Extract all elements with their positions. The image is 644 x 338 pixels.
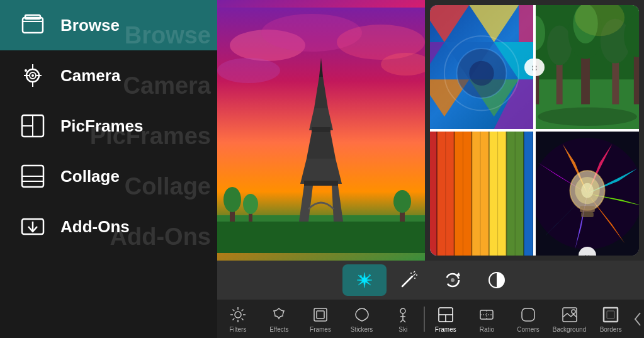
svg-rect-26 (217, 222, 425, 253)
svg-point-61 (547, 26, 572, 65)
frames-icon (310, 305, 330, 325)
toolbar-stickers[interactable]: Stickers (341, 302, 383, 335)
svg-point-108 (369, 274, 371, 276)
effects-icon (269, 305, 289, 325)
collage-cell-4: ↔ (536, 132, 639, 256)
sidebar-item-camera-label: Camera (60, 66, 120, 86)
toolbar-top (217, 261, 644, 300)
svg-rect-74 (472, 132, 490, 256)
toolbar-frames[interactable]: Frames (300, 302, 341, 335)
filters-label: Filters (229, 326, 246, 333)
toolbar-ratio[interactable]: Ratio (466, 302, 508, 335)
svg-point-145 (572, 310, 575, 313)
frames2-icon (436, 305, 456, 325)
collage-cell-1: ↕ (430, 5, 533, 129)
background-icon (560, 305, 580, 325)
sidebar-item-collage[interactable]: Collage Collage (0, 151, 217, 201)
browse-icon (19, 11, 47, 39)
toolbar-effects[interactable]: Effects (259, 302, 300, 335)
rotate-button[interactable] (431, 264, 475, 296)
corners-icon (518, 305, 538, 325)
sparkle-button[interactable] (342, 264, 387, 296)
svg-line-109 (402, 276, 412, 286)
toolbar-borders[interactable]: Borders (590, 302, 631, 335)
toolbar-ski[interactable]: Ski (382, 302, 424, 335)
svg-line-111 (414, 271, 415, 273)
svg-point-30 (243, 194, 258, 214)
picframes-icon (19, 112, 47, 140)
ratio-label: Ratio (480, 326, 494, 333)
svg-marker-110 (412, 273, 416, 276)
sidebar-item-browse[interactable]: Browse Browse (0, 0, 217, 50)
frames-label: Frames (310, 326, 331, 333)
svg-rect-146 (604, 308, 618, 322)
collage-cell-3 (430, 132, 533, 256)
ski-icon (393, 305, 413, 325)
svg-rect-75 (489, 132, 508, 256)
borders-icon (601, 305, 621, 325)
svg-rect-0 (23, 18, 43, 33)
collage-icon (19, 162, 47, 190)
effects-label: Effects (269, 326, 288, 333)
svg-line-124 (232, 310, 234, 312)
toolbar-filters[interactable]: Filters (217, 302, 259, 335)
svg-rect-128 (314, 308, 327, 321)
svg-line-127 (232, 318, 234, 320)
sidebar-item-camera[interactable]: Camera Camera (0, 50, 217, 101)
svg-rect-103 (580, 206, 595, 212)
sidebar-item-picframes-label: PicFrames (60, 116, 144, 136)
svg-line-125 (241, 318, 243, 320)
svg-marker-45 (519, 5, 533, 42)
svg-point-23 (217, 58, 280, 83)
svg-line-136 (403, 320, 405, 322)
corners-label: Corners (517, 326, 539, 333)
svg-point-107 (359, 275, 362, 278)
sidebar-item-addons-label: Add-Ons (60, 217, 130, 237)
svg-rect-72 (437, 132, 456, 256)
toolbar-frames2[interactable]: Frames (425, 302, 466, 335)
sidebar: Browse Browse Camera Camera (0, 0, 217, 338)
borders-label: Borders (600, 326, 622, 333)
ratio-icon (477, 305, 497, 325)
toolbar-area: Filters Effects Frames (217, 261, 644, 338)
collage-area: ↕ (430, 5, 639, 256)
toolbar-corners[interactable]: Corners (507, 302, 549, 335)
main-area: ↕ (217, 0, 644, 338)
browse-watermark: Browse (125, 22, 211, 49)
svg-rect-147 (607, 311, 614, 318)
svg-point-54 (469, 61, 494, 86)
filters-icon (228, 305, 248, 325)
svg-point-119 (235, 312, 241, 318)
addons-icon (19, 213, 47, 240)
camera-icon (19, 62, 47, 89)
svg-point-106 (581, 183, 594, 198)
svg-rect-76 (506, 132, 525, 256)
sidebar-item-collage-label: Collage (60, 167, 120, 186)
svg-marker-37 (307, 132, 336, 159)
top-section: ↕ (217, 0, 644, 261)
svg-point-132 (400, 308, 405, 313)
contrast-button[interactable] (475, 264, 519, 296)
toolbar-background[interactable]: Background (549, 302, 590, 335)
svg-point-28 (223, 187, 241, 212)
svg-point-32 (393, 190, 411, 213)
svg-point-70 (538, 108, 637, 127)
svg-line-126 (241, 310, 243, 312)
svg-point-117 (451, 278, 455, 282)
sidebar-item-addons[interactable]: Add-Ons Add-Ons (0, 201, 217, 252)
svg-rect-129 (317, 311, 324, 318)
main-image (217, 0, 425, 261)
magic-wand-button[interactable] (387, 264, 431, 296)
sidebar-item-browse-label: Browse (60, 16, 120, 35)
svg-rect-77 (524, 132, 533, 256)
sidebar-item-picframes[interactable]: PicFrames PicFrames (0, 101, 217, 151)
svg-point-5 (31, 74, 34, 77)
svg-rect-143 (522, 308, 534, 321)
svg-rect-39 (304, 181, 338, 186)
background-label: Background (553, 326, 586, 333)
camera-watermark: Camera (123, 72, 211, 99)
frames2-label: Frames (435, 326, 456, 333)
collage-cell-2: ↕ (536, 5, 639, 129)
toolbar-collapse-button[interactable] (631, 310, 644, 329)
svg-rect-73 (455, 132, 473, 256)
